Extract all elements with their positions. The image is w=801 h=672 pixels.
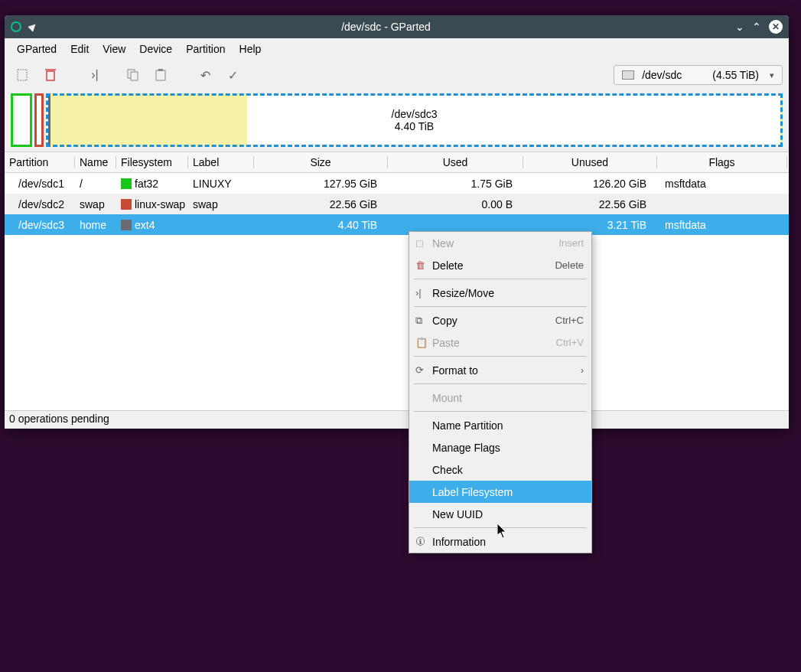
device-selector[interactable]: /dev/sdc (4.55 TiB) ▾ bbox=[614, 65, 783, 85]
menu-gparted[interactable]: GParted bbox=[11, 40, 63, 58]
svg-rect-4 bbox=[131, 72, 138, 80]
ctx-copy[interactable]: ⧉ CopyCtrl+C bbox=[409, 309, 591, 331]
new-partition-button[interactable] bbox=[11, 63, 35, 87]
col-flags[interactable]: Flags bbox=[657, 156, 787, 168]
svg-rect-5 bbox=[156, 70, 165, 80]
table-row[interactable]: /dev/sdc2swaplinux-swapswap22.56 GiB0.00… bbox=[5, 194, 789, 214]
paste-icon: 📋 bbox=[415, 337, 432, 348]
info-icon: 🛈 bbox=[415, 536, 432, 547]
ctx-mount: Mount bbox=[409, 387, 591, 409]
minimize-button[interactable]: ⌄ bbox=[735, 21, 744, 33]
delete-partition-button[interactable] bbox=[38, 63, 63, 87]
toolbar: ›| ↶ ✓ /dev/sdc (4.55 TiB) ▾ bbox=[5, 60, 789, 90]
svg-rect-0 bbox=[18, 70, 27, 80]
ctx-paste: 📋 PasteCtrl+V bbox=[409, 331, 591, 354]
menu-view[interactable]: View bbox=[96, 40, 132, 58]
col-label[interactable]: Label bbox=[188, 156, 254, 168]
table-row[interactable]: /dev/sdc3homeext44.40 TiB3.21 TiBmsftdat… bbox=[5, 214, 789, 235]
col-used[interactable]: Used bbox=[388, 156, 523, 168]
table-row[interactable]: /dev/sdc1/fat32LINUXY127.95 GiB1.75 GiB1… bbox=[5, 173, 789, 194]
menubar: GParted Edit View Device Partition Help bbox=[5, 38, 789, 60]
ctx-new: ◻ NewInsert bbox=[409, 232, 591, 254]
ctx-resize[interactable]: ›| Resize/Move bbox=[409, 282, 591, 304]
ctx-information[interactable]: 🛈 Information bbox=[409, 530, 591, 553]
col-partition[interactable]: Partition bbox=[5, 156, 75, 168]
menu-device[interactable]: Device bbox=[133, 40, 178, 58]
copy-button[interactable] bbox=[121, 63, 145, 87]
menu-help[interactable]: Help bbox=[233, 40, 268, 58]
copy-icon: ⧉ bbox=[415, 315, 432, 327]
device-size: (4.55 TiB) bbox=[712, 69, 759, 81]
trash-icon: 🗑 bbox=[415, 259, 432, 271]
disk-icon bbox=[622, 70, 634, 80]
device-path: /dev/sdc bbox=[642, 69, 682, 81]
gparted-window: /dev/sdc - GParted ⌄ ⌃ ✕ GParted Edit Vi… bbox=[5, 15, 789, 429]
partition-table: Partition Name Filesystem Label Size Use… bbox=[5, 152, 789, 410]
resize-icon: ›| bbox=[415, 287, 432, 298]
ctx-name-partition[interactable]: Name Partition bbox=[409, 414, 591, 436]
close-button[interactable]: ✕ bbox=[769, 20, 783, 34]
paste-button[interactable] bbox=[148, 63, 173, 87]
chevron-right-icon: › bbox=[581, 365, 584, 376]
partmap-sdc3[interactable]: /dev/sdc3 4.40 TiB bbox=[46, 93, 783, 147]
col-unused[interactable]: Unused bbox=[523, 156, 657, 168]
menu-partition[interactable]: Partition bbox=[180, 40, 231, 58]
chevron-down-icon: ▾ bbox=[770, 70, 774, 80]
partmap-sdc2[interactable] bbox=[34, 93, 44, 147]
svg-rect-1 bbox=[47, 71, 54, 80]
col-filesystem[interactable]: Filesystem bbox=[116, 156, 188, 168]
ctx-delete[interactable]: 🗑 DeleteDelete bbox=[409, 254, 591, 276]
ctx-manage-flags[interactable]: Manage Flags bbox=[409, 436, 591, 458]
format-icon: ⟳ bbox=[415, 364, 432, 376]
partition-map[interactable]: /dev/sdc3 4.40 TiB bbox=[11, 93, 783, 147]
app-menu-icon[interactable] bbox=[11, 21, 21, 32]
undo-button[interactable]: ↶ bbox=[193, 63, 217, 87]
ctx-new-uuid[interactable]: New UUID bbox=[409, 503, 591, 525]
ctx-check[interactable]: Check bbox=[409, 458, 591, 481]
ctx-label-filesystem[interactable]: Label Filesystem bbox=[409, 481, 591, 503]
window-title: /dev/sdc - GParted bbox=[37, 21, 735, 33]
titlebar: /dev/sdc - GParted ⌄ ⌃ ✕ bbox=[5, 15, 789, 38]
col-size[interactable]: Size bbox=[254, 156, 388, 168]
menu-edit[interactable]: Edit bbox=[64, 40, 95, 58]
partmap-sdc1[interactable] bbox=[11, 93, 32, 147]
svg-rect-6 bbox=[158, 69, 163, 71]
resize-button[interactable]: ›| bbox=[83, 63, 107, 87]
apply-button[interactable]: ✓ bbox=[220, 63, 245, 87]
maximize-button[interactable]: ⌃ bbox=[752, 21, 761, 33]
table-header: Partition Name Filesystem Label Size Use… bbox=[5, 152, 789, 173]
context-menu: ◻ NewInsert 🗑 DeleteDelete ›| Resize/Mov… bbox=[409, 231, 592, 553]
col-name[interactable]: Name bbox=[75, 156, 116, 168]
status-bar: 0 operations pending bbox=[5, 410, 789, 429]
new-icon: ◻ bbox=[415, 237, 432, 249]
ctx-format[interactable]: ⟳ Format to› bbox=[409, 359, 591, 381]
